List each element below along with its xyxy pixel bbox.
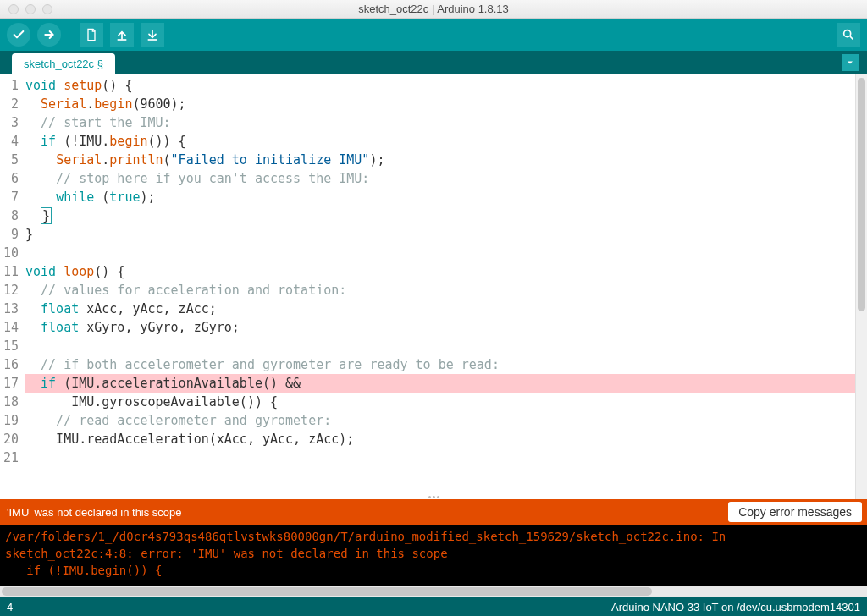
- arduino-ide-window: sketch_oct22c | Arduino 1.8.13 sketch_oc…: [0, 0, 867, 616]
- console-output[interactable]: /var/folders/1_/d0cr4s793qs486qtlvstwks8…: [0, 525, 867, 586]
- code-content: // stop here if you can't access the IMU…: [25, 169, 855, 188]
- sketch-tab[interactable]: sketch_oct22c §: [12, 53, 115, 74]
- code-content: if (!IMU.begin()) {: [25, 132, 855, 151]
- line-number: 2: [0, 95, 25, 113]
- code-content: [25, 337, 855, 355]
- line-number: 20: [0, 430, 25, 448]
- verify-button[interactable]: [7, 23, 30, 47]
- code-content: // if both accelerometer and gyrometer a…: [25, 355, 855, 374]
- code-line: 8 }: [0, 206, 855, 225]
- code-line: 16 // if both accelerometer and gyromete…: [0, 355, 855, 374]
- line-number: 14: [0, 318, 25, 337]
- code-content: while (true);: [25, 188, 855, 206]
- code-content: // start the IMU:: [25, 113, 855, 132]
- code-line: 20 IMU.readAcceleration(xAcc, yAcc, zAcc…: [0, 430, 855, 448]
- code-content: [25, 448, 855, 467]
- code-content: if (IMU.accelerationAvailable() &&: [25, 374, 855, 393]
- line-number: 10: [0, 244, 25, 262]
- code-line: 9}: [0, 225, 855, 244]
- code-line: 1void setup() {: [0, 76, 855, 95]
- code-line: 14 float xGyro, yGyro, zGyro;: [0, 318, 855, 337]
- check-icon: [12, 28, 25, 41]
- copy-error-button[interactable]: Copy error messages: [728, 502, 862, 522]
- code-line: 7 while (true);: [0, 188, 855, 206]
- console-line: sketch_oct22c:4:8: error: 'IMU' was not …: [5, 545, 862, 562]
- line-number: 4: [0, 132, 25, 151]
- tab-bar: sketch_oct22c §: [0, 51, 867, 74]
- window-controls: [8, 4, 52, 14]
- line-number: 5: [0, 151, 25, 169]
- vertical-scrollbar[interactable]: [855, 74, 867, 499]
- status-board-port: Arduino NANO 33 IoT on /dev/cu.usbmodem1…: [611, 601, 860, 613]
- window-minimize-button[interactable]: [25, 4, 36, 14]
- code-line: 13 float xAcc, yAcc, zAcc;: [0, 300, 855, 318]
- window-close-button[interactable]: [8, 4, 19, 14]
- console-line: /var/folders/1_/d0cr4s793qs486qtlvstwks8…: [5, 528, 862, 545]
- code-line: 15: [0, 337, 855, 355]
- code-editor[interactable]: 1void setup() {2 Serial.begin(9600);3 //…: [0, 74, 855, 499]
- horizontal-scrollbar[interactable]: [0, 586, 867, 597]
- svg-point-0: [844, 30, 851, 37]
- arrow-up-icon: [115, 28, 129, 41]
- horizontal-scroll-thumb[interactable]: [2, 587, 652, 596]
- error-message: 'IMU' was not declared in this scope: [5, 506, 728, 519]
- code-content: Serial.begin(9600);: [25, 95, 855, 113]
- status-cursor-line: 4: [7, 601, 611, 613]
- code-line: 21: [0, 448, 855, 467]
- window-zoom-button[interactable]: [42, 4, 52, 14]
- window-titlebar: sketch_oct22c | Arduino 1.8.13: [0, 0, 867, 19]
- error-bar: 'IMU' was not declared in this scope Cop…: [0, 499, 867, 525]
- code-line: 2 Serial.begin(9600);: [0, 95, 855, 113]
- code-content: void loop() {: [25, 262, 855, 281]
- save-sketch-button[interactable]: [141, 23, 164, 47]
- toolbar: [0, 19, 867, 51]
- arrow-down-icon: [146, 28, 159, 41]
- line-number: 12: [0, 281, 25, 300]
- line-number: 8: [0, 206, 25, 225]
- code-line: 18 IMU.gyroscopeAvailable()) {: [0, 393, 855, 411]
- code-content: // read accelerometer and gyrometer:: [25, 411, 855, 430]
- serial-monitor-button[interactable]: [837, 23, 860, 47]
- line-number: 7: [0, 188, 25, 206]
- line-number: 3: [0, 113, 25, 132]
- vertical-scroll-thumb[interactable]: [858, 78, 865, 311]
- code-content: [25, 244, 855, 262]
- pane-resize-grip[interactable]: [421, 494, 446, 499]
- code-content: }: [25, 225, 855, 244]
- code-content: float xAcc, yAcc, zAcc;: [25, 300, 855, 318]
- code-content: IMU.gyroscopeAvailable()) {: [25, 393, 855, 411]
- line-number: 16: [0, 355, 25, 374]
- line-number: 13: [0, 300, 25, 318]
- new-sketch-button[interactable]: [80, 23, 103, 47]
- code-line: 11void loop() {: [0, 262, 855, 281]
- tab-menu-button[interactable]: [842, 54, 859, 71]
- code-content: Serial.println("Failed to initialize IMU…: [25, 151, 855, 169]
- code-line: 17 if (IMU.accelerationAvailable() &&: [0, 374, 855, 393]
- code-content: float xGyro, yGyro, zGyro;: [25, 318, 855, 337]
- editor-area: 1void setup() {2 Serial.begin(9600);3 //…: [0, 74, 867, 499]
- code-line: 12 // values for acceleration and rotati…: [0, 281, 855, 300]
- arrow-right-icon: [42, 28, 56, 41]
- window-title: sketch_oct22c | Arduino 1.8.13: [0, 3, 867, 15]
- code-line: 6 // stop here if you can't access the I…: [0, 169, 855, 188]
- code-line: 4 if (!IMU.begin()) {: [0, 132, 855, 151]
- line-number: 17: [0, 374, 25, 393]
- magnifier-icon: [842, 28, 855, 41]
- line-number: 15: [0, 337, 25, 355]
- line-number: 11: [0, 262, 25, 281]
- open-sketch-button[interactable]: [110, 23, 134, 47]
- line-number: 9: [0, 225, 25, 244]
- code-content: }: [25, 206, 855, 225]
- code-content: void setup() {: [25, 76, 855, 95]
- line-number: 18: [0, 393, 25, 411]
- code-content: IMU.readAcceleration(xAcc, yAcc, zAcc);: [25, 430, 855, 448]
- chevron-down-icon: [845, 58, 855, 68]
- code-line: 10: [0, 244, 855, 262]
- console-line: if (!IMU.begin()) {: [5, 562, 862, 579]
- line-number: 6: [0, 169, 25, 188]
- line-number: 21: [0, 448, 25, 467]
- status-bar: 4 Arduino NANO 33 IoT on /dev/cu.usbmode…: [0, 597, 867, 616]
- upload-button[interactable]: [37, 23, 61, 47]
- line-number: 19: [0, 411, 25, 430]
- code-content: // values for acceleration and rotation:: [25, 281, 855, 300]
